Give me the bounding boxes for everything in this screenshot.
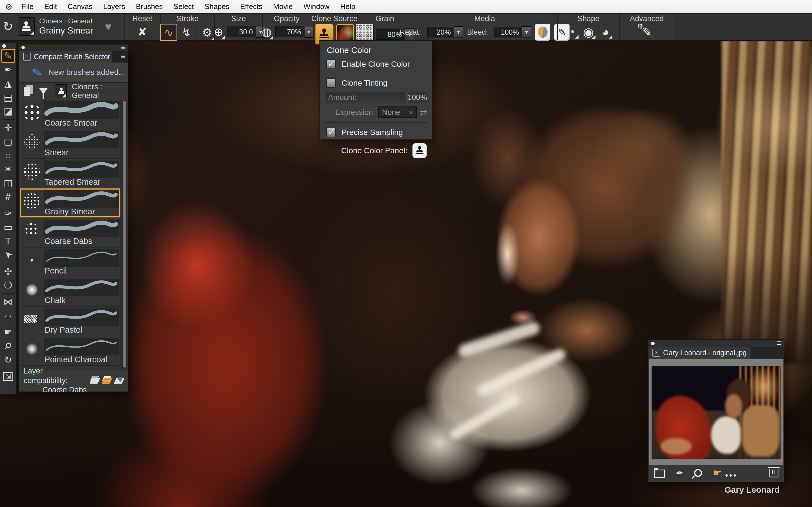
- dab-shape-button[interactable]: ◔: [564, 25, 579, 39]
- dodge-tool[interactable]: ❍: [1, 278, 15, 292]
- rectangle-shape-tool[interactable]: ▭: [1, 220, 15, 234]
- more-options-dots[interactable]: •••: [725, 471, 738, 480]
- tab-close-icon[interactable]: ×: [23, 53, 31, 61]
- menu-item-edit[interactable]: Edit: [39, 2, 62, 11]
- brush-panel-options-icon[interactable]: ≡: [121, 54, 125, 60]
- tab-clone-source-image[interactable]: × Gary Leonard - original.jpg: [649, 347, 751, 358]
- paintbrush-icon: ✎: [31, 64, 44, 80]
- lasso-tool[interactable]: ◌: [1, 149, 15, 162]
- expression-dropdown[interactable]: None ∨: [378, 107, 417, 118]
- text-tool[interactable]: T: [1, 234, 15, 248]
- enable-clone-color-checkbox[interactable]: [326, 59, 336, 69]
- menu-item-layers[interactable]: Layers: [98, 2, 131, 11]
- brush-item-grainy-smear[interactable]: Grainy Smear: [20, 188, 120, 218]
- brush-category-thumbnail[interactable]: [18, 17, 35, 36]
- source-image-preview[interactable]: [652, 366, 781, 459]
- brush-tool[interactable]: ✎: [1, 49, 15, 63]
- opacity-value-field[interactable]: 70%: [275, 26, 305, 37]
- grabber-hand-tool[interactable]: ☛: [1, 325, 15, 339]
- toolbox-drag-dot[interactable]: [2, 44, 6, 48]
- opacity-flyout-button[interactable]: ◍: [260, 24, 273, 40]
- eraser-shape-button[interactable]: ◕: [598, 25, 613, 39]
- menu-item-file[interactable]: File: [16, 2, 39, 11]
- reset-section: Reset ✘: [124, 13, 160, 40]
- tab-compact-brush-selector[interactable]: × Compact Brush Selector: [19, 51, 112, 62]
- menu-items: FileEditCanvasLayersBrushesSelectShapesE…: [16, 0, 361, 13]
- source-tab-title: Gary Leonard - original.jpg: [663, 349, 747, 357]
- pan-hand-icon[interactable]: ☛: [713, 467, 722, 479]
- favorite-heart-icon[interactable]: ♥: [105, 20, 112, 33]
- layer-adjuster-tool[interactable]: ✛: [1, 121, 15, 135]
- recent-brushes-icon[interactable]: [24, 87, 30, 96]
- panel-drag-dot[interactable]: [21, 46, 25, 49]
- menu-item-help[interactable]: Help: [335, 2, 361, 11]
- open-source-folder-icon[interactable]: [654, 469, 665, 478]
- tab-close-icon[interactable]: ×: [652, 349, 660, 356]
- eraser-tool[interactable]: ◪: [1, 104, 15, 118]
- source-panel-menu-icon[interactable]: ≡: [777, 340, 781, 346]
- pen-tool[interactable]: ✑: [1, 207, 15, 220]
- sample-color-dropper-icon[interactable]: ✒: [676, 468, 683, 477]
- bristle-shape-button[interactable]: ◉: [581, 25, 596, 39]
- gradient-tool[interactable]: ▤: [1, 91, 15, 104]
- brush-item-coarse-smear[interactable]: Coarse Smear: [20, 100, 120, 129]
- size-flyout-button[interactable]: ⊕: [212, 24, 225, 40]
- menu-item-select[interactable]: Select: [168, 2, 199, 11]
- mirror-painting-tool[interactable]: ⋈: [1, 295, 15, 309]
- new-brushes-notification[interactable]: ✎ New brushes added...: [19, 62, 128, 83]
- magic-wand-tool[interactable]: ✶: [1, 162, 15, 176]
- delete-source-icon[interactable]: [769, 469, 778, 477]
- zoom-source-icon[interactable]: [694, 469, 702, 477]
- straight-line-stroke-button[interactable]: ↯: [179, 24, 194, 40]
- scrollbar-thumb[interactable]: [123, 101, 126, 368]
- brush-item-tapered-smear[interactable]: Tapered Smear: [20, 159, 120, 188]
- bleed-spinner-button[interactable]: ▾: [522, 26, 531, 38]
- clone-color-panel-button[interactable]: [412, 144, 426, 158]
- menu-item-brushes[interactable]: Brushes: [131, 2, 168, 11]
- brush-stroke-preview: [44, 101, 119, 119]
- crop-tool[interactable]: #: [1, 190, 15, 204]
- navigation-tool[interactable]: ⇲: [1, 370, 15, 383]
- category-stamp-icon[interactable]: [56, 84, 67, 98]
- amount-slider[interactable]: Amount:: [324, 92, 405, 103]
- menu-item-canvas[interactable]: Canvas: [62, 2, 98, 11]
- dropper-tool[interactable]: ✒: [1, 63, 15, 76]
- resat-spinner-button[interactable]: ▾: [454, 26, 463, 38]
- menu-item-shapes[interactable]: Shapes: [199, 2, 235, 11]
- navigation-icon: ⇲: [3, 372, 13, 381]
- transform-selection-tool[interactable]: ◫: [1, 176, 15, 190]
- brush-item-dry-pastel[interactable]: Dry Pastel: [20, 307, 120, 336]
- expression-direction-icon[interactable]: ⇄: [420, 108, 427, 117]
- menu-item-movie[interactable]: Movie: [268, 2, 298, 11]
- bleed-value-field[interactable]: 100%: [494, 27, 522, 38]
- brush-item-smear[interactable]: Smear: [20, 129, 120, 159]
- cloner-brush-tool[interactable]: ✣: [1, 265, 15, 278]
- paint-stroke: [448, 393, 522, 441]
- brush-item-pencil[interactable]: Pencil: [20, 247, 120, 277]
- resat-value-field[interactable]: 20%: [427, 27, 454, 38]
- filter-brushes-icon[interactable]: [39, 88, 48, 94]
- cloner-brush-icon: ✣: [4, 267, 12, 276]
- precise-sampling-checkbox[interactable]: [326, 128, 336, 137]
- restore-default-variant-icon[interactable]: ↻: [3, 20, 13, 33]
- menu-item-effects[interactable]: Effects: [235, 2, 268, 11]
- brush-list-scrollbar[interactable]: [122, 100, 127, 369]
- rectangular-selection-tool[interactable]: ▢: [1, 135, 15, 149]
- freehand-stroke-button[interactable]: ∿: [160, 24, 177, 41]
- size-value-field[interactable]: 30.0: [227, 26, 256, 37]
- panel-menu-icon[interactable]: ≡: [121, 45, 125, 51]
- brush-item-coarse-dabs[interactable]: Coarse Dabs: [20, 218, 120, 247]
- clone-tinting-checkbox[interactable]: [326, 78, 336, 88]
- reset-brush-icon[interactable]: ✘: [138, 26, 147, 38]
- shape-selection-tool[interactable]: ➤: [1, 248, 15, 262]
- rotate-page-tool[interactable]: ↻: [1, 353, 15, 367]
- menu-item-window[interactable]: Window: [298, 2, 335, 11]
- brush-item-pointed-charcoal[interactable]: Pointed Charcoal: [20, 336, 120, 366]
- color-blend-button[interactable]: [535, 24, 550, 41]
- brush-item-chalk[interactable]: Chalk: [20, 277, 120, 307]
- magnifier-tool[interactable]: ⚲: [1, 339, 15, 353]
- paint-bucket-tool[interactable]: ◮: [1, 76, 15, 91]
- perspective-guides-tool[interactable]: ▱: [1, 309, 15, 323]
- advanced-brush-settings-button[interactable]: ⚙✎: [642, 25, 652, 39]
- panel-drag-dot[interactable]: [651, 342, 655, 345]
